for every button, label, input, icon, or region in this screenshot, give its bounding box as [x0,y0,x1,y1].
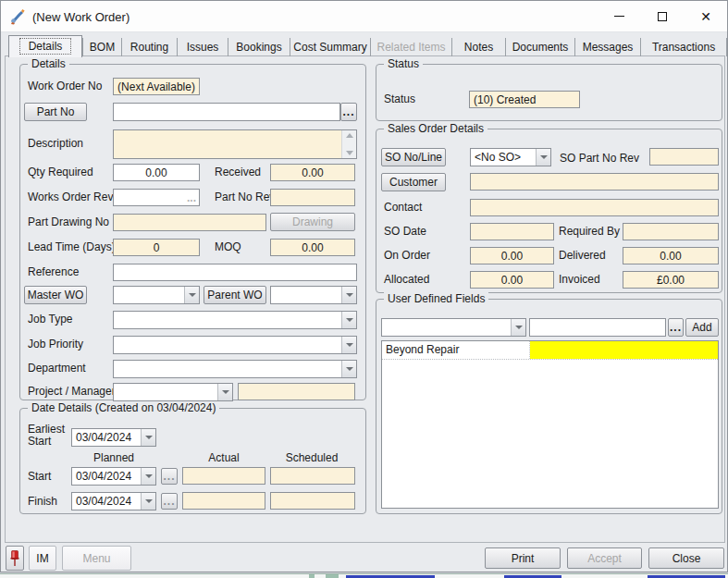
on-order-field: 0.00 [470,247,554,264]
finish-more-button[interactable]: ... [161,493,178,510]
job-priority-combo[interactable] [113,336,357,354]
chevron-down-icon[interactable] [341,361,356,377]
tab-notes[interactable]: Notes [452,38,506,56]
so-date-label: SO Date [384,225,426,239]
scroll-up-icon[interactable] [346,133,353,138]
qty-required-input[interactable]: 0.00 [113,164,200,181]
job-type-combo[interactable] [113,311,357,329]
part-no-input[interactable] [113,103,340,121]
close-icon[interactable]: ✕ [689,1,722,31]
master-wo-button[interactable]: Master WO [24,286,87,304]
print-button[interactable]: Print [485,547,561,569]
parent-wo-combo[interactable] [270,286,357,304]
minimize-icon[interactable] [602,1,635,31]
chevron-down-icon[interactable] [341,312,356,328]
menu-button[interactable]: Menu [62,546,131,571]
customer-field [470,173,719,191]
im-button[interactable]: IM [29,546,56,571]
description-textarea[interactable] [113,129,357,159]
start-scheduled-field [270,467,355,485]
tab-cost-summary[interactable]: Cost Summary [290,38,371,56]
job-priority-label: Job Priority [28,338,83,351]
so-no-line-button[interactable]: SO No/Line [381,148,446,166]
part-no-browse-button[interactable]: ... [340,103,357,121]
chevron-down-icon[interactable] [341,337,356,353]
chevron-down-icon[interactable] [141,468,155,485]
chevron-down-icon[interactable] [341,287,356,303]
parent-wo-button[interactable]: Parent WO [204,286,266,304]
earliest-start-date-picker[interactable]: 03/04/2024 [71,428,156,447]
drawing-button[interactable]: Drawing [270,213,355,231]
udf-row-value-highlighted[interactable] [530,341,718,359]
delivered-label: Delivered [559,249,606,263]
received-label: Received [215,166,261,179]
date-details-group-title: Date Details (Created on 03/04/2024) [28,401,219,415]
tab-documents[interactable]: Documents [506,38,575,56]
start-actual-field [182,467,265,485]
contact-label: Contact [384,201,422,215]
reference-input[interactable] [113,264,357,281]
accept-button[interactable]: Accept [567,547,642,569]
reference-label: Reference [28,265,79,279]
tab-bom[interactable]: BOM [82,38,122,56]
works-order-rev-browse[interactable]: ... [187,191,196,204]
chevron-down-icon[interactable] [536,149,550,166]
part-no-button[interactable]: Part No [24,103,87,121]
on-order-label: On Order [384,249,430,263]
tab-transactions[interactable]: Transactions [641,38,727,56]
start-more-button[interactable]: ... [161,468,178,485]
description-scrollbar[interactable] [341,130,356,158]
pin-button[interactable] [6,546,24,571]
part-no-rev-label: Part No Rev [215,191,275,204]
tab-issues[interactable]: Issues [178,38,228,56]
udf-browse-button[interactable]: ... [668,318,684,337]
works-order-rev-input[interactable]: ... [113,189,200,206]
udf-grid[interactable]: Beyond Repair [381,340,719,509]
details-group: Details Work Order No (Next Available) P… [19,64,366,400]
planned-column-header: Planned [71,451,156,465]
department-combo[interactable] [113,360,357,378]
tab-strip: Details BOM Routing Issues Bookings Cost… [8,34,727,56]
chevron-down-icon[interactable] [141,429,155,446]
qty-required-label: Qty Required [28,166,93,179]
scheduled-column-header: Scheduled [268,451,355,465]
details-group-title: Details [28,57,69,71]
tab-bookings[interactable]: Bookings [228,38,290,56]
project-manager-combo[interactable] [113,383,233,401]
close-button[interactable]: Close [648,547,724,569]
master-wo-combo[interactable] [113,286,200,304]
udf-value-input[interactable] [529,318,666,337]
tab-messages[interactable]: Messages [575,38,641,56]
maximize-icon[interactable] [646,1,679,31]
udf-row[interactable]: Beyond Repair [382,341,718,360]
moq-label: MOQ [215,240,241,254]
scroll-down-icon[interactable] [346,151,353,155]
status-group: Status Status (10) Created [376,64,722,121]
chevron-down-icon[interactable] [141,493,155,510]
customer-button[interactable]: Customer [381,173,446,191]
sales-order-group-title: Sales Order Details [384,122,487,136]
earliest-start-label: Earliest Start [28,424,70,448]
sales-order-group: Sales Order Details SO No/Line <No SO> S… [376,129,722,293]
required-by-label: Required By [559,225,620,239]
part-drawing-no-label: Part Drawing No [28,215,109,229]
finish-planned-date-picker[interactable]: 03/04/2024 [71,492,156,510]
tab-details[interactable]: Details [8,35,82,57]
tab-routing[interactable]: Routing [122,38,178,56]
part-no-rev-field [270,189,355,206]
chevron-down-icon[interactable] [184,287,199,303]
udf-row-name[interactable]: Beyond Repair [382,341,530,359]
work-order-no-field: (Next Available) [113,78,200,95]
contact-field [470,199,719,216]
start-planned-date-picker[interactable]: 03/04/2024 [71,467,156,486]
invoiced-field: £0.00 [623,271,719,289]
chevron-down-icon[interactable] [217,384,232,400]
finish-label: Finish [28,495,57,509]
so-part-no-rev-field [649,148,719,166]
so-no-line-combo[interactable]: <No SO> [470,148,551,166]
udf-field-combo[interactable] [381,318,526,337]
udf-add-button[interactable]: Add [685,318,719,337]
chevron-down-icon[interactable] [511,319,525,336]
allocated-field: 0.00 [470,271,554,289]
project-manager-label: Project / Manager [28,385,116,399]
